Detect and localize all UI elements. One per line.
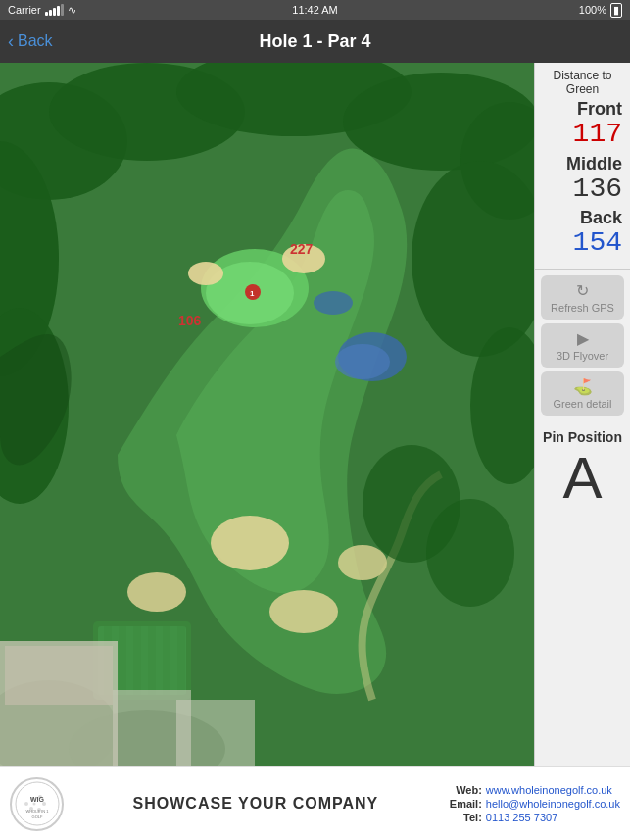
svg-point-24 <box>127 572 186 612</box>
front-label: Front <box>543 99 622 120</box>
distance-to-green-title: Distance to Green <box>543 69 622 97</box>
golf-ball-icon: WIG WHOLE IN 1 GOLF <box>13 779 62 828</box>
refresh-icon: ↻ <box>576 281 589 300</box>
refresh-gps-button[interactable]: ↻ Refresh GPS <box>541 275 624 320</box>
wifi-icon: ∿ <box>68 4 76 17</box>
back-distance-row: Back 154 <box>543 208 622 259</box>
battery-icon: ▮ <box>610 3 622 18</box>
tel-label: Tel: <box>448 812 482 823</box>
svg-point-22 <box>314 291 353 315</box>
front-distance-row: Front 117 <box>543 99 622 150</box>
back-label: Back <box>543 208 622 228</box>
web-contact-row: Web: www.wholeinonegolf.co.uk <box>448 784 620 796</box>
svg-text:WHOLE IN 1: WHOLE IN 1 <box>25 809 49 814</box>
time-display: 11:42 AM <box>292 4 337 16</box>
nav-bar: ‹ Back Hole 1 - Par 4 <box>0 20 630 63</box>
pin-position-title: Pin Position <box>543 429 622 445</box>
page-title: Hole 1 - Par 4 <box>259 31 370 52</box>
distance-section: Distance to Green Front 117 Middle 136 B… <box>535 63 630 270</box>
pin-section: Pin Position A <box>535 421 630 766</box>
email-contact-row: Email: hello@wholeinonegolf.co.uk <box>448 798 620 810</box>
green-detail-label: Green detail <box>554 398 612 410</box>
footer: WIG WHOLE IN 1 GOLF SHOWCASE YOUR COMPAN… <box>0 766 630 840</box>
back-button[interactable]: ‹ Back <box>8 31 53 52</box>
email-label: Email: <box>448 798 482 810</box>
front-value: 117 <box>543 120 622 150</box>
back-chevron-icon: ‹ <box>8 31 14 52</box>
web-value: www.wholeinonegolf.co.uk <box>486 784 612 796</box>
middle-label: Middle <box>543 154 622 174</box>
pin-position-value: A <box>543 449 622 508</box>
back-label: Back <box>18 32 53 50</box>
3d-flyover-button[interactable]: ▶ 3D Flyover <box>541 323 624 368</box>
flag-icon: ⛳ <box>573 377 593 396</box>
svg-point-21 <box>335 344 390 379</box>
flyover-label: 3D Flyover <box>557 350 608 362</box>
signal-icon <box>45 4 64 16</box>
back-value: 154 <box>543 228 622 259</box>
buttons-section: ↻ Refresh GPS ▶ 3D Flyover ⛳ Green detai… <box>535 270 630 421</box>
footer-company: SHOWCASE YOUR COMPANY <box>73 795 438 813</box>
web-label: Web: <box>448 784 482 796</box>
footer-logo: WIG WHOLE IN 1 GOLF <box>10 777 64 831</box>
svg-rect-36 <box>5 646 113 705</box>
svg-text:WIG: WIG <box>30 796 45 803</box>
svg-point-25 <box>269 590 338 633</box>
svg-text:1: 1 <box>250 289 255 298</box>
main-area: 1 227 106 <box>0 63 630 766</box>
battery-label: 100% <box>579 4 606 16</box>
svg-point-40 <box>426 499 514 607</box>
svg-text:GOLF: GOLF <box>31 815 42 819</box>
status-bar: Carrier ∿ 11:42 AM 100% ▮ <box>0 0 630 20</box>
footer-contact: Web: www.wholeinonegolf.co.uk Email: hel… <box>448 784 620 823</box>
right-panel: Distance to Green Front 117 Middle 136 B… <box>534 63 630 766</box>
green-detail-button[interactable]: ⛳ Green detail <box>541 371 624 416</box>
svg-text:106: 106 <box>178 313 202 328</box>
course-view: 1 227 106 <box>0 63 534 766</box>
middle-value: 136 <box>543 174 622 205</box>
tel-value: 0113 255 7307 <box>486 812 557 823</box>
svg-point-23 <box>211 516 289 570</box>
course-svg: 1 227 106 <box>0 63 534 766</box>
email-value: hello@wholeinonegolf.co.uk <box>486 798 620 810</box>
footer-company-name: SHOWCASE YOUR COMPANY <box>73 795 438 813</box>
tel-contact-row: Tel: 0113 255 7307 <box>448 812 620 823</box>
video-icon: ▶ <box>577 329 589 348</box>
svg-point-15 <box>188 262 223 285</box>
refresh-gps-label: Refresh GPS <box>551 302 614 314</box>
svg-point-47 <box>24 802 28 806</box>
svg-text:227: 227 <box>290 241 314 257</box>
carrier-label: Carrier <box>8 4 41 16</box>
svg-rect-38 <box>176 700 255 766</box>
middle-distance-row: Middle 136 <box>543 154 622 205</box>
